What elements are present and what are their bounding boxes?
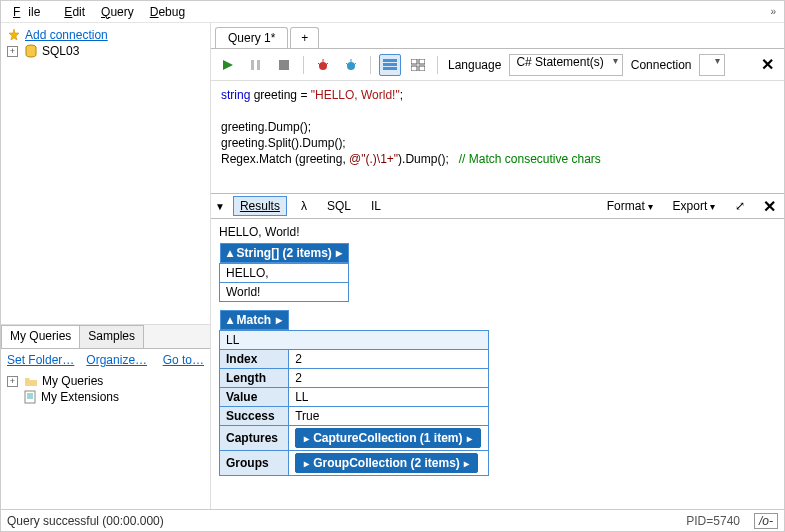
dump-match-header[interactable]: ▴Match▸ <box>220 310 289 330</box>
rich-view-button[interactable] <box>379 54 401 76</box>
dump-row-val: LL <box>289 388 489 407</box>
results-tabbar: ▼ Results λ SQL IL Format Export ⤢ ✕ <box>211 193 784 219</box>
language-select[interactable]: C# Statement(s) <box>509 54 622 76</box>
expand-icon[interactable]: ⤢ <box>729 195 751 217</box>
connection-label: Connection <box>629 58 694 72</box>
menu-edit[interactable]: Edit <box>56 3 93 21</box>
format-dropdown[interactable]: Format <box>601 197 659 215</box>
language-label: Language <box>446 58 503 72</box>
il-tab[interactable]: IL <box>365 197 387 215</box>
sql-tab[interactable]: SQL <box>321 197 357 215</box>
queries-panel: Set Folder… Organize… Go to… + My Querie… <box>1 349 210 509</box>
svg-line-17 <box>354 63 356 65</box>
connections-panel: Add connection + SQL03 <box>1 23 210 325</box>
connection-node-label[interactable]: SQL03 <box>42 44 79 58</box>
svg-line-12 <box>318 63 320 65</box>
sparkle-icon <box>7 28 21 42</box>
export-dropdown[interactable]: Export <box>667 197 721 215</box>
collapse-results-icon[interactable]: ▼ <box>215 201 225 212</box>
dump-array-header[interactable]: ▴String[] (2 items)▸ <box>220 243 349 263</box>
editor-area: Query 1* + Language C# Statement(s) Conn… <box>211 23 784 509</box>
bug-blue-icon[interactable] <box>340 54 362 76</box>
menu-overflow-icon[interactable]: » <box>762 4 780 19</box>
results-panel: HELLO, World! ▴String[] (2 items)▸ HELLO… <box>211 219 784 509</box>
svg-rect-2 <box>25 391 35 403</box>
doc-tabstrip: Query 1* + <box>211 23 784 49</box>
results-tab[interactable]: Results <box>233 196 287 216</box>
dump-string: HELLO, World! <box>219 225 776 239</box>
dump-row-val: True <box>289 407 489 426</box>
run-button[interactable] <box>217 54 239 76</box>
dump-row-val: 2 <box>289 369 489 388</box>
svg-marker-0 <box>9 29 19 40</box>
folder-icon <box>24 374 38 388</box>
svg-line-13 <box>326 63 328 65</box>
close-button[interactable]: ✕ <box>757 55 778 74</box>
dump-match-top: LL <box>220 331 489 350</box>
doc-tab-query1[interactable]: Query 1* <box>215 27 288 48</box>
goto-link[interactable]: Go to… <box>163 353 204 367</box>
lambda-tab[interactable]: λ <box>295 197 313 215</box>
svg-rect-21 <box>411 59 417 64</box>
grid-view-button[interactable] <box>407 54 429 76</box>
menu-debug[interactable]: Debug <box>142 3 193 21</box>
svg-rect-7 <box>251 60 254 70</box>
svg-marker-6 <box>223 60 233 70</box>
tab-my-queries[interactable]: My Queries <box>1 325 80 348</box>
pause-button[interactable] <box>245 54 267 76</box>
doc-tab-add[interactable]: + <box>290 27 319 48</box>
status-pid: PID=5740 <box>686 514 740 528</box>
svg-rect-19 <box>383 63 397 66</box>
database-icon <box>24 44 38 58</box>
svg-rect-18 <box>383 59 397 62</box>
close-results-button[interactable]: ✕ <box>759 197 780 216</box>
toolbar: Language C# Statement(s) Connection ✕ <box>211 49 784 81</box>
dump-match-table: ▴Match▸ LL Index2 Length2 ValueLL Succes… <box>219 310 489 476</box>
stop-button[interactable] <box>273 54 295 76</box>
connection-select[interactable] <box>699 54 725 76</box>
svg-rect-24 <box>419 66 425 71</box>
dump-row-key: Captures <box>220 426 289 451</box>
svg-line-16 <box>346 63 348 65</box>
svg-point-14 <box>347 62 355 70</box>
dump-row-key: Length <box>220 369 289 388</box>
set-folder-link[interactable]: Set Folder… <box>7 353 74 367</box>
svg-rect-8 <box>257 60 260 70</box>
groups-expand-button[interactable]: GroupCollection (2 items) <box>295 453 478 473</box>
dump-array-cell: World! <box>220 283 349 302</box>
dump-row-key: Groups <box>220 451 289 476</box>
status-mode: /o- <box>754 513 778 529</box>
add-connection-link[interactable]: Add connection <box>25 28 108 42</box>
code-editor[interactable]: string greeting = "HELLO, World!"; greet… <box>211 81 784 193</box>
menu-file[interactable]: File <box>5 3 56 21</box>
svg-rect-9 <box>279 60 289 70</box>
status-bar: Query successful (00:00.000) PID=5740 /o… <box>1 509 784 531</box>
menu-query[interactable]: Query <box>93 3 142 21</box>
dump-row-key: Value <box>220 388 289 407</box>
left-panel: Add connection + SQL03 My Queries Sample… <box>1 23 211 509</box>
document-icon <box>23 390 37 404</box>
dump-row-val: 2 <box>289 350 489 369</box>
dump-array-table: ▴String[] (2 items)▸ HELLO, World! <box>219 243 349 302</box>
captures-expand-button[interactable]: CaptureCollection (1 item) <box>295 428 480 448</box>
svg-rect-23 <box>411 66 417 71</box>
svg-point-10 <box>319 62 327 70</box>
tree-expand-icon[interactable]: + <box>7 46 18 57</box>
organize-link[interactable]: Organize… <box>86 353 147 367</box>
svg-rect-22 <box>419 59 425 64</box>
tree-expand-icon[interactable]: + <box>7 376 18 387</box>
queries-tabstrip: My Queries Samples <box>1 325 210 349</box>
status-message: Query successful (00:00.000) <box>7 514 164 528</box>
bug-red-icon[interactable] <box>312 54 334 76</box>
tab-samples[interactable]: Samples <box>79 325 144 348</box>
dump-array-cell: HELLO, <box>220 264 349 283</box>
my-queries-node[interactable]: My Queries <box>42 374 103 388</box>
dump-row-key: Success <box>220 407 289 426</box>
dump-row-key: Index <box>220 350 289 369</box>
menu-bar: File Edit Query Debug » <box>1 1 784 23</box>
svg-rect-20 <box>383 67 397 70</box>
my-extensions-node[interactable]: My Extensions <box>41 390 119 404</box>
